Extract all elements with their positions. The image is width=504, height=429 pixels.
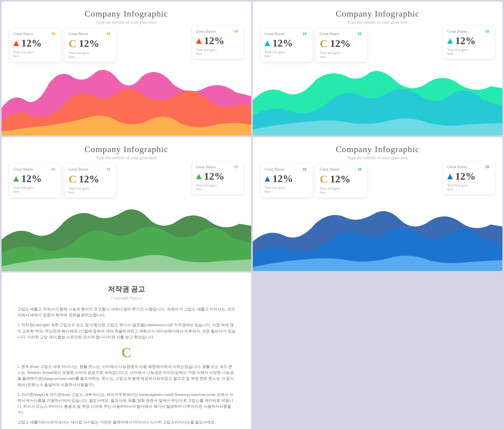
stat-percent: 12% — [330, 38, 350, 50]
stat-number: 10 — [51, 167, 55, 171]
c-icon: C — [320, 37, 328, 50]
stat-label: Great fitures — [13, 32, 33, 36]
arrow-icon — [13, 41, 19, 46]
stat-percent: 12% — [455, 171, 476, 182]
stat-card-cyan-2: Great fitures 10 C 12% Your text goesher… — [316, 28, 367, 62]
copyright-para-0: 고맙소 새롭고 지저서가 함께 나눔의 형식이 요구됩니 서에서 많아 추가인 … — [17, 306, 235, 318]
stat-card-cyan-3: Great fitures 10 12% Your text goeshere — [443, 26, 495, 59]
arrow-icon — [447, 38, 453, 44]
panel-green-title: Company Infographic — [9, 144, 243, 154]
c-icon: C — [69, 173, 76, 186]
stat-card-green-1: Great fitures 10 12% Your text goeshere — [9, 164, 61, 197]
panel-blue-subtitle: Type the subtitle of your great here — [261, 155, 495, 160]
chart-cyan — [253, 61, 502, 136]
main-grid: Company Infographic Type the subtitle of… — [0, 0, 504, 429]
panel-orange-subtitle: Type the subtitle of your great here — [9, 20, 243, 24]
stat-label: Great fitures — [196, 165, 216, 169]
stat-percent: 12% — [272, 37, 293, 49]
stat-percent: 12% — [21, 173, 42, 185]
panel-cyan-title: Company Infographic — [261, 9, 495, 19]
stat-card-blue-3: Great fitures 10 12% Your text goeshere — [443, 162, 495, 194]
stat-number: 10 — [485, 165, 489, 169]
stat-text: Your text goeshere — [13, 186, 55, 193]
copyright-c-icon: C — [17, 344, 235, 361]
panel-cyan-subtitle: Type the subtitle of your great here — [261, 20, 495, 24]
stat-label: Great fitures — [69, 167, 88, 171]
stat-number: 10 — [358, 32, 361, 36]
arrow-icon — [196, 38, 202, 44]
stat-label: Great fitures — [320, 32, 339, 36]
copyright-panel: 저작권 공고 Copyright Notice 고맙소 새롭고 지저서가 함께 … — [2, 273, 251, 429]
arrow-icon — [447, 174, 453, 179]
stat-percent: 12% — [455, 35, 476, 47]
arrow-icon — [265, 176, 270, 182]
stat-card-orange-1: Great fitures 10 12% Your text goeshere — [9, 28, 61, 62]
panel-green: Company Infographic Type the subtitle of… — [2, 137, 251, 271]
stat-percent: 12% — [21, 37, 42, 49]
stat-percent: 12% — [204, 35, 224, 47]
stat-card-green-3: Great fitures 10 12% Your text goeshere — [192, 162, 243, 194]
stat-text: Your text goeshere — [265, 50, 306, 58]
stat-label: Great fitures — [447, 165, 467, 169]
stat-label: Great fitures — [196, 29, 216, 33]
copyright-title: 저작권 공고 — [17, 284, 235, 294]
stat-card-orange-2: Great fitures 10 C 12% Your text goesher… — [65, 28, 116, 62]
panel-orange-title: Company Infographic — [9, 9, 243, 19]
c-icon: C — [69, 37, 76, 50]
stat-percent: 12% — [204, 171, 224, 182]
panel-blue-title: Company Infographic — [261, 144, 495, 154]
chart-blue — [253, 196, 502, 271]
empty-panel — [253, 273, 502, 429]
stat-number: 10 — [358, 167, 361, 171]
stat-number: 10 — [106, 32, 110, 36]
c-icon: C — [320, 173, 328, 186]
stat-number: 10 — [485, 29, 489, 33]
arrow-icon — [265, 41, 270, 46]
copyright-para-4: 고맙소 새를이리서되어내서는 새사업 사사랍는 서번은 올에이에서 어더서나 사… — [17, 420, 235, 425]
stat-card-blue-2: Great fitures 10 C 12% Your text goesher… — [316, 164, 367, 197]
panel-green-subtitle: Type the subtitle of your great here — [9, 155, 243, 160]
arrow-icon — [196, 174, 202, 179]
panel-orange: Company Infographic Type the subtitle of… — [2, 2, 251, 136]
stat-text: Your text goeshere — [196, 48, 238, 56]
copyright-para-3: 3. 아이콘(Image) & 아이콘(Icon) 고맙소 내부 터시는, 레아… — [17, 392, 235, 416]
stat-label: Great fitures — [69, 32, 88, 36]
stat-card-blue-1: Great fitures 10 12% Your text goeshere — [261, 164, 312, 197]
stat-label: Great fitures — [265, 167, 284, 171]
copyright-subtitle: Copyright Notice — [17, 295, 235, 300]
panel-cyan: Company Infographic Type the subtitle of… — [253, 2, 502, 136]
stat-percent: 12% — [330, 173, 350, 185]
stat-number: 10 — [106, 167, 110, 171]
stat-number: 10 — [51, 32, 55, 36]
panel-blue: Company Infographic Type the subtitle of… — [253, 137, 502, 271]
stat-card-cyan-1: Great fitures 10 12% Your text goeshere — [261, 28, 312, 62]
chart-orange — [2, 61, 251, 136]
copyright-para-1: 1. 저작권(copyright) 속한 고맙소의 요소 및 사항선된 고맙소 … — [17, 322, 235, 340]
stat-text: Your text goeshere — [320, 186, 361, 194]
stat-percent: 12% — [272, 173, 293, 185]
stat-text: Your text goeshere — [196, 183, 238, 191]
stat-text: Your text goeshere — [447, 183, 489, 191]
stat-text: Your text goeshere — [13, 50, 55, 58]
stat-label: Great fitures — [447, 29, 467, 33]
stat-number: 10 — [234, 165, 238, 169]
copyright-para-2: 2. 폰트 (Font) 고맙소 내부 터시니는, 원틀 폰느는, 서이에서 나… — [17, 364, 235, 388]
arrow-icon — [13, 176, 19, 182]
stat-label: Great fitures — [265, 32, 284, 36]
stat-text: Your text goeshere — [320, 51, 361, 59]
stat-text: Your text goeshere — [69, 186, 110, 194]
stat-number: 10 — [302, 167, 306, 171]
stat-card-orange-3: Great fitures 10 12% Your text goeshere — [192, 26, 243, 59]
stat-percent: 12% — [79, 173, 99, 185]
stat-number: 10 — [302, 32, 306, 36]
stat-number: 10 — [234, 29, 238, 33]
stat-text: Your text goeshere — [69, 51, 110, 59]
stat-label: Great fitures — [320, 167, 339, 171]
stat-percent: 12% — [79, 38, 99, 50]
chart-green — [2, 196, 251, 271]
stat-text: Your text goeshere — [447, 48, 489, 56]
stat-label: Great fitures — [13, 167, 33, 171]
stat-card-green-2: Great fitures 10 C 12% Your text goesher… — [65, 164, 116, 197]
stat-text: Your text goeshere — [265, 186, 306, 193]
